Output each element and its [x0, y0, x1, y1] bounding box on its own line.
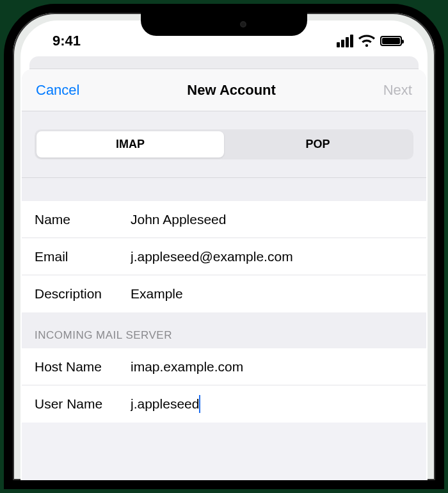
phone-frame: 9:41 Cancel New Account Next IMAP POP	[4, 4, 444, 489]
description-input[interactable]	[131, 286, 413, 302]
page-title: New Account	[187, 82, 276, 99]
section-gap	[22, 178, 426, 201]
account-type-segment: IMAP POP	[35, 129, 413, 159]
incoming-server-group: Host Name User Name	[22, 348, 426, 423]
next-button[interactable]: Next	[383, 82, 412, 99]
notch	[141, 13, 307, 36]
cellular-icon	[337, 35, 353, 47]
email-row: Email	[22, 238, 426, 275]
host-name-row: Host Name	[22, 348, 426, 385]
account-info-group: Name Email Description	[22, 201, 426, 312]
front-camera	[240, 21, 246, 28]
modal-sheet: Cancel New Account Next IMAP POP Name Em…	[22, 69, 426, 480]
user-name-label: User Name	[35, 396, 131, 412]
email-label: Email	[35, 249, 131, 264]
name-input[interactable]	[131, 212, 413, 227]
email-input[interactable]	[131, 249, 413, 264]
segment-imap[interactable]: IMAP	[36, 131, 224, 158]
nav-bar: Cancel New Account Next	[22, 69, 426, 111]
text-caret	[199, 395, 200, 413]
cancel-button[interactable]: Cancel	[36, 82, 79, 99]
user-name-input[interactable]	[131, 396, 413, 412]
user-name-row: User Name	[22, 385, 426, 423]
user-name-field-wrap	[131, 396, 413, 412]
status-time: 9:41	[52, 33, 81, 49]
background-sheet	[29, 56, 419, 69]
battery-icon	[380, 36, 402, 46]
status-right	[337, 35, 402, 47]
wifi-icon	[358, 35, 375, 47]
host-name-input[interactable]	[131, 359, 413, 375]
screen: 9:41 Cancel New Account Next IMAP POP	[20, 20, 428, 480]
name-row: Name	[22, 201, 426, 238]
account-type-segment-wrap: IMAP POP	[22, 111, 426, 178]
description-row: Description	[22, 275, 426, 312]
name-label: Name	[35, 212, 131, 227]
host-name-label: Host Name	[35, 359, 131, 375]
description-label: Description	[35, 286, 131, 302]
segment-pop[interactable]: POP	[224, 131, 412, 158]
incoming-section-header: INCOMING MAIL SERVER	[22, 312, 426, 348]
